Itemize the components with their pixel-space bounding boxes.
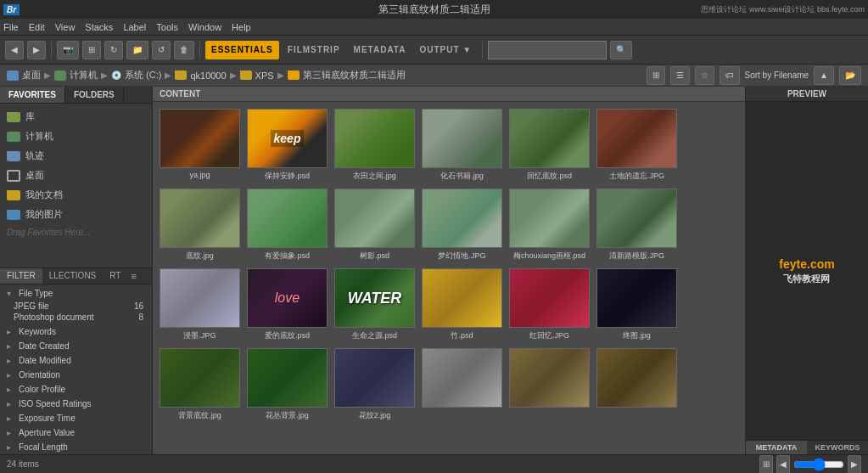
expand-icon: ▾ [7,289,15,298]
filter-aperture[interactable]: ▸ Aperture Value [0,425,152,440]
zoom-slider-left[interactable]: ◀ [776,455,790,474]
thumb-img-row4-3 [596,348,677,408]
filter-focal[interactable]: ▸ Focal Length [0,440,152,454]
rotate-left-button[interactable]: ↺ [152,41,171,59]
path-computer[interactable]: 计算机 [54,69,98,82]
thumb-ya[interactable]: ya.jpg [160,109,240,182]
delete-button[interactable]: 🗑 [174,41,194,59]
menu-stacks[interactable]: Stacks [85,22,113,32]
menu-edit[interactable]: Edit [29,22,45,32]
tab-essentials[interactable]: ESSENTIALS [205,41,279,59]
tab-rt[interactable]: RT [103,268,127,284]
filter-colorprofile[interactable]: ▸ Color Profile [0,382,152,397]
filter-options-icon[interactable]: ≡ [127,268,139,284]
filter-tab-bar: FILTER LLECTIONS RT ≡ [0,268,152,284]
thumb-shadow[interactable]: 树影.psd [334,189,415,262]
thumb-fresh[interactable]: 清新路模版.JPG [596,189,677,262]
tab-output[interactable]: OUTPUT ▼ [414,41,477,59]
back-button[interactable]: ◀ [5,41,24,59]
view-toggle-button[interactable]: ⊞ [759,455,773,474]
path-qk[interactable]: qk10000 [175,70,226,81]
sidebar-item-desktop[interactable]: 桌面 [0,166,152,185]
thumb-keep[interactable]: keep 保持安静.psd [247,109,328,182]
sidebar-item-computer[interactable]: 计算机 [0,127,152,146]
zoom-slider[interactable] [793,459,844,470]
path-arrow-2: ▶ [101,70,108,80]
thumb-love-abstract[interactable]: 有爱抽象.psd [247,189,328,262]
path-system[interactable]: 💿 系统 (C:) [111,69,161,82]
camera-button[interactable]: 📷 [57,41,79,59]
menu-tools[interactable]: Tools [156,22,178,32]
thumb-love-texture[interactable]: love 爱的底纹.psd [247,268,328,341]
thumb-label-field: 衣田之间.jpg [353,171,396,182]
computer-icon [7,132,20,142]
filter-filetype-header[interactable]: ▾ File Type [0,286,152,301]
star-button[interactable]: ☆ [695,66,714,85]
folder-icon-current [288,70,300,80]
tab-filter[interactable]: FILTER [0,268,42,284]
thumb-memory[interactable]: 回忆底纹.psd [509,109,590,182]
thumb-water[interactable]: WATER 生命之源.psd [334,268,415,341]
sort-asc-button[interactable]: ▲ [814,66,834,85]
tab-collections[interactable]: LLECTIONS [42,268,104,284]
thumb-bamboo[interactable]: 竹.psd [422,268,502,341]
folder-new-button[interactable]: 📂 [839,66,861,85]
thumb-flower-bg[interactable]: 花丛背景.jpg [247,348,328,421]
view-list-button[interactable]: ☰ [670,66,690,85]
thumb-dream[interactable]: 梦幻情地.JPG [422,189,502,262]
thumb-img-pattern2 [334,348,415,408]
thumb-row4-3[interactable] [596,348,677,421]
thumb-pattern2[interactable]: 花纹2.jpg [334,348,415,421]
filter-iso[interactable]: ▸ ISO Speed Ratings [0,397,152,411]
tab-metadata-panel[interactable]: METADATA [746,441,807,454]
path-xps[interactable]: XPS [240,70,274,81]
path-current[interactable]: 第三辑底纹材质二辑适用 [288,69,406,82]
thumbnail-grid: ya.jpg keep 保持安静.psd 衣田之间.jpg 化石书籍.jpg 回… [153,102,745,428]
grid-button[interactable]: ⊞ [82,41,101,59]
zoom-slider-right[interactable]: ▶ [848,455,861,474]
sidebar-item-mydocs[interactable]: 我的文档 [0,185,152,205]
sidebar-item-track[interactable]: 轨迹 [0,146,152,166]
thumb-redmemory[interactable]: 红回忆.JPG [509,268,590,341]
tab-metadata[interactable]: METADATA [349,41,412,59]
thumb-img-plum [509,189,590,248]
filter-keywords[interactable]: ▸ Keywords [0,324,152,339]
thumb-fossil[interactable]: 化石书籍.jpg [422,109,502,182]
tab-folders[interactable]: FOLDERS [65,87,124,103]
filter-psd[interactable]: Photoshop document 8 [0,312,152,323]
filter-orientation[interactable]: ▸ Orientation [0,368,152,382]
path-arrow-4: ▶ [230,70,237,80]
menu-help[interactable]: Help [232,22,251,32]
thumb-land[interactable]: 土地的遗忘.JPG [596,109,677,182]
menu-view[interactable]: View [55,22,76,32]
search-input[interactable] [488,41,607,59]
tag-button[interactable]: 🏷 [720,66,740,85]
thumb-field[interactable]: 衣田之间.jpg [334,109,415,182]
refresh-button[interactable]: ↻ [104,41,123,59]
menu-file[interactable]: File [3,22,19,32]
tab-filmstrip[interactable]: FILMSTRIP [283,41,345,59]
filter-datecreated[interactable]: ▸ Date Created [0,339,152,353]
filter-datemodified[interactable]: ▸ Date Modified [0,353,152,368]
thumb-ink[interactable]: 浸墨.JPG [160,268,240,341]
menu-window[interactable]: Window [188,22,221,32]
tab-favorites[interactable]: FAVORITES [0,87,65,103]
thumb-plum[interactable]: 梅chouxiang画框.psd [509,189,590,262]
sidebar-item-mypics[interactable]: 我的图片 [0,205,152,224]
view-grid-button[interactable]: ⊞ [647,66,665,85]
thumb-row4-1[interactable] [422,348,502,421]
sidebar-item-library[interactable]: 库 [0,107,152,127]
thumb-bg-texture[interactable]: 背景底纹.jpg [160,348,240,421]
search-button[interactable]: 🔍 [610,41,632,59]
path-desktop[interactable]: 桌面 [7,69,41,82]
filter-exposure[interactable]: ▸ Exposure Time [0,411,152,425]
forward-button[interactable]: ▶ [27,41,46,59]
preview-area: feyte.com 飞特教程网 [746,102,868,440]
thumb-final[interactable]: 终图.jpg [596,268,677,341]
thumb-texture[interactable]: 底纹.jpg [160,189,240,262]
filter-jpeg[interactable]: JPEG file 16 [0,301,152,312]
thumb-row4-2[interactable] [509,348,590,421]
menu-label[interactable]: Label [123,22,146,32]
tab-keywords-panel[interactable]: KEYWORDS [807,441,868,454]
open-recent-button[interactable]: 📁 [126,41,148,59]
